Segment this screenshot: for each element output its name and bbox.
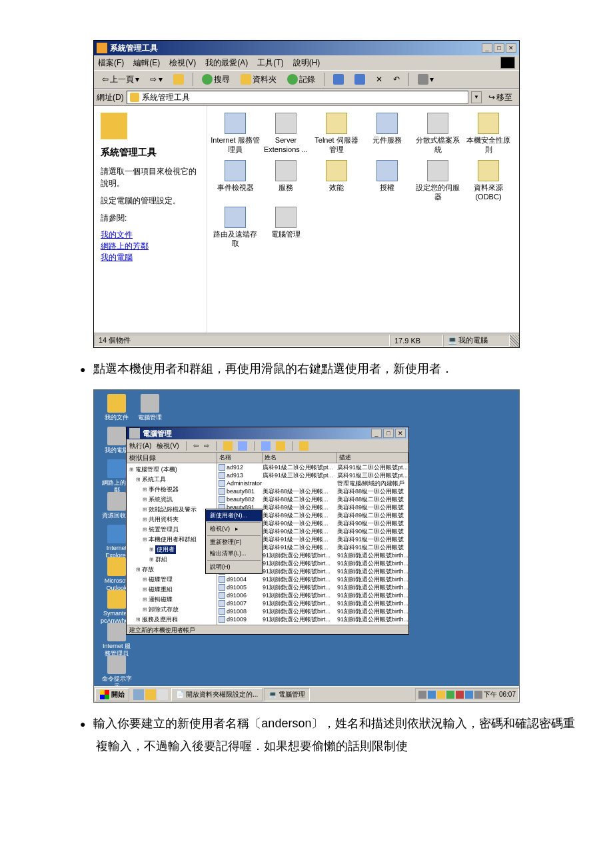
start-button[interactable]: 開始: [95, 688, 129, 701]
history-button[interactable]: 記錄: [283, 73, 319, 87]
tree-removable[interactable]: 卸除式存放: [129, 605, 217, 615]
resize-grip[interactable]: [510, 335, 519, 347]
admin-tool-item[interactable]: 效能: [311, 160, 362, 202]
tray-icon[interactable]: [428, 691, 436, 699]
help-icon[interactable]: [299, 441, 308, 451]
tree-root[interactable]: 電腦管理 (本機): [129, 465, 217, 475]
admin-tool-item[interactable]: Internet 服務管理員: [210, 113, 261, 155]
admin-tool-item[interactable]: 事件檢視器: [210, 160, 261, 202]
tree-users[interactable]: 使用者: [129, 545, 217, 555]
admin-tool-item[interactable]: Server Extensions ...: [261, 113, 311, 155]
ctx-refresh[interactable]: 重新整理(F): [206, 537, 262, 548]
close-button[interactable]: ✕: [506, 43, 516, 53]
menu-help[interactable]: 說明(H): [293, 57, 320, 69]
back-button[interactable]: ⇦ 上一頁 ▾: [98, 73, 143, 87]
tree-shared[interactable]: 共用資料夾: [129, 515, 217, 525]
menu-view[interactable]: 檢視(V): [169, 57, 196, 69]
views-button[interactable]: ▾: [414, 73, 438, 86]
col-fullname[interactable]: 姓名: [263, 453, 337, 463]
admin-tool-item[interactable]: Telnet 伺服器管理: [311, 113, 362, 155]
ql-icon[interactable]: [145, 689, 156, 700]
admin-tool-item[interactable]: 元件服務: [362, 113, 412, 155]
move-to-button[interactable]: [329, 73, 348, 86]
tray-icon[interactable]: [465, 691, 473, 699]
tray-icon[interactable]: [418, 691, 426, 699]
tree-systools[interactable]: 系統工具: [129, 475, 217, 485]
maximize-button[interactable]: □: [383, 429, 394, 438]
menu-view[interactable]: 檢視(V): [157, 441, 179, 451]
tree-tab[interactable]: 樹狀目錄: [127, 453, 217, 463]
tray-icon[interactable]: [474, 691, 482, 699]
taskbar-item[interactable]: 📄 開放資料夾權限設定的...: [171, 688, 263, 701]
user-row[interactable]: d9100991刻師甄選公用帳號birt...91刻師甄選公用帳號birth..…: [217, 615, 408, 623]
tray-icon[interactable]: [456, 691, 464, 699]
tree-diskmgmt[interactable]: 磁碟管理: [129, 575, 217, 585]
go-button[interactable]: ↪移至: [484, 91, 516, 105]
back-button[interactable]: ⇦: [193, 442, 199, 449]
user-row[interactable]: d9100491刻師甄選公用帳號birt...91刻師甄選公用帳號birth..…: [217, 575, 408, 583]
tree-logical[interactable]: 邏輯磁碟: [129, 595, 217, 605]
ctx-view[interactable]: 檢視(V) ▸: [206, 523, 262, 535]
forward-button[interactable]: ⇨ ▾: [146, 73, 167, 85]
toolbar-icon[interactable]: [276, 441, 285, 451]
user-row[interactable]: beauty881美容科88級一班公用帳...美容科88級一班公用帳號: [217, 487, 408, 495]
admin-tool-item[interactable]: 路由及遠端存取: [210, 207, 261, 249]
col-desc[interactable]: 描述: [337, 453, 408, 463]
menu-action[interactable]: 執行(A): [129, 441, 151, 451]
admin-tool-item[interactable]: 服務: [261, 160, 311, 202]
user-row[interactable]: d9100691刻師甄選公用帳號birt...91刻師甄選公用帳號birth..…: [217, 591, 408, 599]
titlebar[interactable]: 電腦管理 _ □ ✕: [127, 427, 408, 439]
col-name[interactable]: 名稱: [217, 453, 263, 463]
ctx-help[interactable]: 說明(H): [206, 561, 262, 573]
tray-icon[interactable]: [446, 691, 454, 699]
tree-defrag[interactable]: 磁碟重組: [129, 585, 217, 595]
ctx-new-user[interactable]: 新使用者(N)...: [206, 510, 262, 521]
minimize-button[interactable]: _: [371, 429, 382, 438]
address-dropdown-button[interactable]: ▼: [471, 91, 482, 103]
desktop-icon[interactable]: 命令提示字元: [101, 655, 133, 690]
titlebar[interactable]: 系統管理工具 _ □ ✕: [94, 41, 519, 55]
admin-tool-item[interactable]: 設定您的伺服器: [412, 160, 463, 202]
desktop-icon[interactable]: 我的文件: [101, 394, 133, 421]
link-my-computer[interactable]: 我的電腦: [101, 252, 200, 263]
user-row[interactable]: ad912廣科91級二班公用帳號pt...廣科91級二班公用帳號pt...: [217, 463, 408, 471]
admin-tool-item[interactable]: 授權: [362, 160, 412, 202]
forward-button[interactable]: ⇨: [204, 442, 209, 449]
admin-tool-item[interactable]: 分散式檔案系統: [412, 113, 463, 155]
tree-sysinfo[interactable]: 系統資訊: [129, 495, 217, 505]
user-row[interactable]: d9100791刻師甄選公用帳號birt...91刻師甄選公用帳號birth..…: [217, 599, 408, 607]
tree-perf[interactable]: 效能記錄檔及警示: [129, 505, 217, 515]
ql-icon[interactable]: [157, 689, 168, 700]
user-row[interactable]: Administrator管理電腦/網域的內建帳戶: [217, 479, 408, 487]
toolbar-icon[interactable]: [261, 441, 271, 451]
tree-localusr[interactable]: 本機使用者和群組: [129, 535, 217, 545]
user-row[interactable]: beauty882美容科88級二班公用帳...美容科88級二班公用帳號: [217, 495, 408, 503]
maximize-button[interactable]: □: [494, 43, 504, 53]
address-input[interactable]: 系統管理工具: [127, 91, 468, 104]
taskbar-item[interactable]: 💻 電腦管理: [264, 688, 310, 701]
link-my-documents[interactable]: 我的文件: [101, 229, 200, 241]
ql-icon[interactable]: [133, 689, 144, 700]
tree-eventviewer[interactable]: 事件檢視器: [129, 485, 217, 495]
delete-button[interactable]: ✕: [372, 73, 386, 85]
tray-clock[interactable]: 下午 06:07: [484, 690, 516, 699]
user-row[interactable]: d9100591刻師甄選公用帳號birt...91刻師甄選公用帳號birth..…: [217, 583, 408, 591]
tree-devmgr[interactable]: 裝置管理員: [129, 525, 217, 535]
search-button[interactable]: 搜尋: [198, 73, 234, 87]
admin-tool-item[interactable]: 本機安全性原則: [463, 113, 514, 155]
up-button[interactable]: [169, 73, 188, 86]
toolbar-icon[interactable]: [238, 441, 247, 451]
tree-services[interactable]: 服務及應用程: [129, 615, 217, 625]
close-button[interactable]: ✕: [395, 429, 406, 438]
admin-tool-item[interactable]: 資料來源 (ODBC): [463, 160, 514, 202]
desktop-icon[interactable]: 電腦管理: [134, 394, 166, 421]
menu-tools[interactable]: 工具(T): [257, 57, 283, 69]
ctx-export[interactable]: 輸出清單(L)...: [206, 548, 262, 559]
tree-groups[interactable]: 群組: [129, 555, 217, 565]
undo-button[interactable]: ↶: [389, 73, 404, 85]
admin-tool-item[interactable]: 電腦管理: [261, 207, 311, 249]
folders-button[interactable]: 資料夾: [237, 73, 281, 87]
tray-icon[interactable]: [437, 691, 445, 699]
minimize-button[interactable]: _: [482, 43, 492, 53]
toolbar-icon[interactable]: [223, 441, 233, 451]
